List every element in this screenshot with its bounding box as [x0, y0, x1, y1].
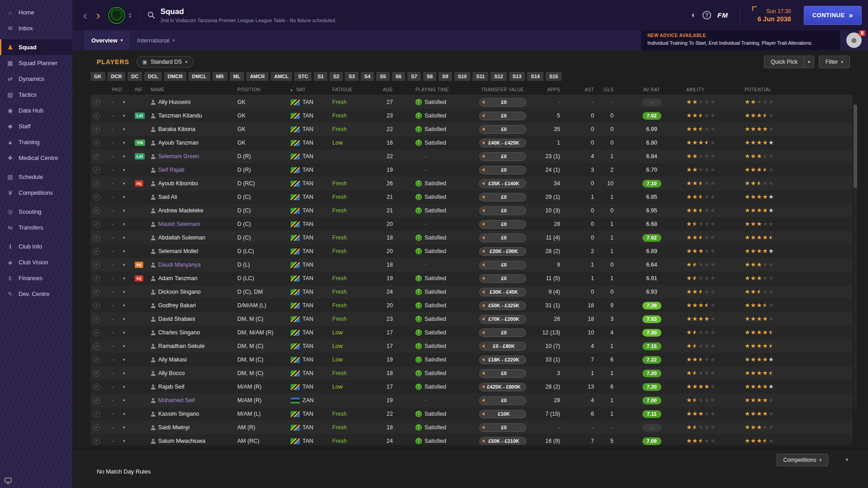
- table-row[interactable]: ✓ - ▾ Rajab Seif M/AM (R) TAN Low 17 Sat…: [90, 380, 853, 394]
- sidebar-item-home[interactable]: ⌂ Home: [0, 5, 72, 20]
- select-checkbox[interactable]: ✓: [93, 329, 100, 336]
- position-chip-s2[interactable]: S2: [330, 72, 343, 81]
- pick-dropdown-icon[interactable]: ▾: [123, 276, 125, 281]
- player-name[interactable]: Abdallah Suleiman: [158, 235, 205, 241]
- header-age[interactable]: AGE: [370, 87, 397, 92]
- table-row[interactable]: ✓ - ▾ Kassim Singano M/AM (L) TAN Fresh …: [90, 407, 853, 421]
- pick-dropdown-icon[interactable]: ▾: [123, 235, 125, 240]
- player-name[interactable]: Godfrey Bakari: [158, 302, 196, 309]
- select-checkbox[interactable]: ✓: [93, 99, 100, 106]
- scrollbar-thumb[interactable]: [854, 104, 857, 188]
- sidebar-item-competitions[interactable]: ♛ Competitions: [0, 185, 72, 201]
- header-name[interactable]: NAME: [149, 87, 235, 92]
- sidebar-item-dynamics[interactable]: ⇄ Dynamics: [0, 71, 72, 87]
- club-badge[interactable]: [108, 7, 125, 24]
- player-name[interactable]: Saidi Mwinyi: [158, 424, 189, 431]
- position-chip-s12[interactable]: S12: [491, 72, 507, 81]
- table-row[interactable]: ✓ - ▾ Abdallah Suleiman D (C) TAN Fresh …: [90, 231, 853, 244]
- position-chip-stc[interactable]: STC: [294, 72, 311, 81]
- table-row[interactable]: ✓ - ▾ Lst Tanzman Kitandu GK TAN Fresh 2…: [90, 109, 853, 122]
- footer-collapse-icon[interactable]: ▾: [845, 457, 848, 463]
- position-chip-s1[interactable]: S1: [314, 72, 327, 81]
- sidebar-item-scouting[interactable]: ◎ Scouting: [0, 204, 72, 220]
- player-name[interactable]: Baraka Kibona: [158, 126, 195, 132]
- header-playing-time[interactable]: PLAYING TIME: [397, 87, 470, 92]
- sidebar-item-data-hub[interactable]: ◉ Data Hub: [0, 103, 72, 118]
- player-name[interactable]: Ally Bocco: [158, 370, 184, 376]
- player-name[interactable]: Said Ali: [158, 194, 177, 200]
- mini-monitor-icon[interactable]: [5, 478, 12, 483]
- player-name[interactable]: Selemani Mollel: [158, 248, 198, 254]
- advice-panel[interactable]: NEW ADVICE AVAILABLE Individual Training…: [641, 30, 840, 50]
- player-name[interactable]: David Shabani: [158, 316, 195, 322]
- player-name[interactable]: Ramadhan Sekule: [158, 343, 205, 349]
- pick-dropdown-icon[interactable]: ▾: [123, 412, 125, 416]
- fm-logo[interactable]: FM: [717, 11, 728, 19]
- header-ast[interactable]: AST: [565, 87, 599, 92]
- position-chip-dc[interactable]: DC: [127, 72, 142, 81]
- pick-dropdown-icon[interactable]: ▾: [123, 100, 125, 104]
- pick-dropdown-icon[interactable]: ▾: [123, 303, 125, 308]
- position-chip-s11[interactable]: S11: [472, 72, 488, 81]
- select-checkbox[interactable]: ✓: [93, 357, 100, 363]
- header-transfer-value[interactable]: TRANSFER VALUE: [470, 87, 535, 92]
- select-checkbox[interactable]: ✓: [93, 302, 100, 309]
- sidebar-item-inbox[interactable]: ✉ Inbox: [0, 20, 72, 36]
- table-row[interactable]: ✓ - ▾ Yth Ayoub Tanzman GK TAN Low 16 Sa…: [90, 136, 853, 150]
- position-chip-s13[interactable]: S13: [509, 72, 525, 81]
- notification-badge[interactable]: 8: [859, 30, 865, 36]
- position-chip-s14[interactable]: S14: [527, 72, 543, 81]
- pick-dropdown-icon[interactable]: ▾: [123, 141, 125, 145]
- select-checkbox[interactable]: ✓: [93, 248, 100, 255]
- pick-dropdown-icon[interactable]: ▾: [123, 317, 125, 321]
- pick-dropdown-icon[interactable]: ▾: [123, 344, 125, 348]
- position-chip-s7[interactable]: S7: [407, 72, 420, 81]
- player-name[interactable]: Mohamed Seif: [158, 397, 195, 404]
- table-row[interactable]: ✓ - ▾ Inj Ayoub Kibombo D (RC) TAN Fresh…: [90, 177, 853, 190]
- header-gls[interactable]: GLS: [599, 87, 619, 92]
- select-checkbox[interactable]: ✓: [93, 180, 100, 187]
- sidebar-item-medical-centre[interactable]: ✚ Medical Centre: [0, 150, 72, 166]
- table-row[interactable]: ✓ - ▾ Seif Rajab D (R) TAN 19 - £0 24 (1…: [90, 163, 853, 177]
- back-button[interactable]: ‹: [79, 9, 92, 21]
- header-position[interactable]: POSITION: [235, 87, 289, 92]
- sidebar-item-schedule[interactable]: ▤ Schedule: [0, 169, 72, 185]
- player-name[interactable]: Ayoub Kibombo: [158, 180, 198, 187]
- pick-dropdown-icon[interactable]: ▾: [123, 371, 125, 375]
- pick-dropdown-icon[interactable]: ▾: [123, 425, 125, 430]
- sidebar-item-club-vision[interactable]: ◈ Club Vision: [0, 254, 72, 270]
- sidebar-item-squad[interactable]: ♟ Squad: [0, 39, 72, 55]
- header-fatigue[interactable]: FATIGUE: [330, 87, 370, 92]
- player-name[interactable]: Selemani Green: [158, 153, 199, 160]
- select-checkbox[interactable]: ✓: [93, 411, 100, 418]
- pick-dropdown-icon[interactable]: ▾: [123, 222, 125, 226]
- continue-button[interactable]: CONTINUE »: [804, 6, 862, 25]
- select-checkbox[interactable]: ✓: [93, 275, 100, 282]
- pick-dropdown-icon[interactable]: ▾: [123, 385, 125, 389]
- header-ability[interactable]: ABILITY: [684, 87, 741, 92]
- sidebar-item-squad-planner[interactable]: ▦ Squad Planner: [0, 55, 72, 71]
- quick-pick-dropdown[interactable]: ▾: [804, 56, 814, 68]
- select-checkbox[interactable]: ✓: [93, 235, 100, 241]
- position-chip-amcl[interactable]: AMCL: [271, 72, 292, 81]
- pick-dropdown-icon[interactable]: ▾: [123, 290, 125, 294]
- help-icon[interactable]: ?: [703, 11, 711, 19]
- club-switch-chevrons[interactable]: ▴▾: [129, 12, 131, 18]
- table-row[interactable]: ✓ - ▾ Charles Singano DM, M/AM (R) TAN L…: [90, 326, 853, 339]
- position-chip-s10[interactable]: S10: [454, 72, 471, 81]
- pick-dropdown-icon[interactable]: ▾: [123, 154, 125, 159]
- pick-dropdown-icon[interactable]: ▾: [123, 127, 125, 131]
- table-row[interactable]: ✓ - ▾ Selemani Mollel D (LC) TAN Fresh 2…: [90, 244, 853, 258]
- select-checkbox[interactable]: ✓: [93, 221, 100, 228]
- search-icon[interactable]: [148, 12, 153, 17]
- select-checkbox[interactable]: ✓: [93, 370, 100, 377]
- sidebar-item-training[interactable]: ▲ Training: [0, 134, 72, 150]
- player-name[interactable]: Ally Husseini: [158, 99, 191, 105]
- player-name[interactable]: Adam Tanzman: [158, 275, 198, 282]
- pick-dropdown-icon[interactable]: ▾: [123, 263, 125, 267]
- table-row[interactable]: ✓ - ▾ Godfrey Bakari D/M/AM (L) TAN Fres…: [90, 299, 853, 312]
- table-row[interactable]: ✓ - ▾ Andrew Madeleke D (C) TAN Fresh 21…: [90, 204, 853, 217]
- forward-button[interactable]: ›: [92, 9, 105, 21]
- position-chip-dmcr[interactable]: DMCR: [164, 72, 186, 81]
- pick-dropdown-icon[interactable]: ▾: [123, 330, 125, 335]
